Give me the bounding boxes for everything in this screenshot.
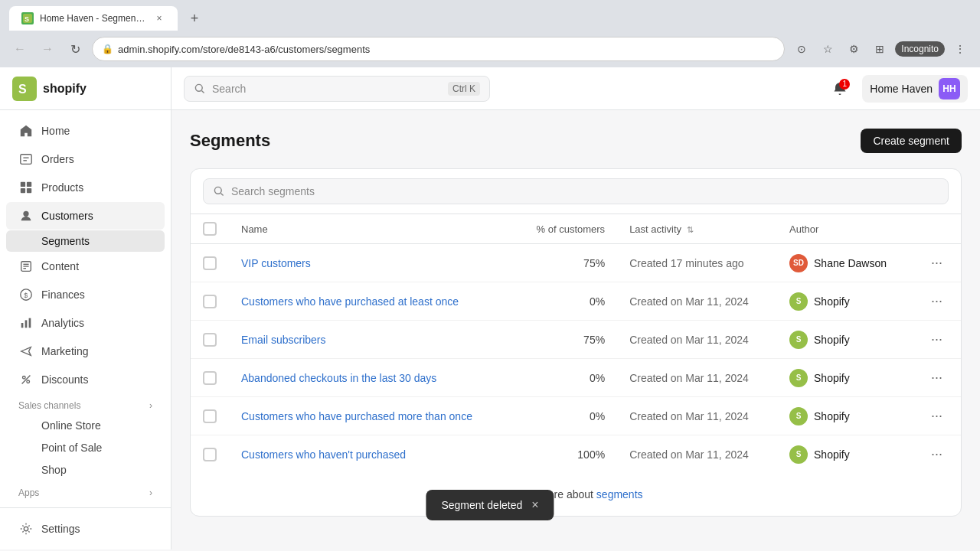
cast-icon[interactable]: ⊙ <box>791 38 812 60</box>
author-avatar-1: S <box>789 292 808 311</box>
toast-close-button[interactable]: × <box>531 499 538 511</box>
row-name-1[interactable]: Customers who have purchased at least on… <box>229 282 514 321</box>
sidebar-item-settings-label: Settings <box>41 523 80 535</box>
back-button[interactable]: ← <box>9 38 31 60</box>
svg-text:S: S <box>24 15 29 23</box>
select-all-checkbox[interactable] <box>203 222 217 236</box>
sidebar-item-home-label: Home <box>41 125 70 137</box>
svg-text:$: $ <box>24 292 28 299</box>
table-row: Customers who have purchased at least on… <box>191 282 961 321</box>
sidebar-item-orders-label: Orders <box>41 153 74 165</box>
new-tab-button[interactable]: + <box>184 8 205 29</box>
sidebar-item-finances[interactable]: $ Finances <box>6 281 165 308</box>
row-checkbox-5[interactable] <box>203 448 217 461</box>
row-author-1: S Shopify <box>777 282 913 321</box>
segment-search-input[interactable] <box>203 178 949 204</box>
notification-badge: 1 <box>839 79 850 90</box>
row-more-button-5[interactable]: ··· <box>925 445 949 464</box>
row-percent-5: 100% <box>514 435 617 474</box>
table-row: VIP customers 75% Created 17 minutes ago… <box>191 244 961 282</box>
row-activity-0: Created 17 minutes ago <box>617 244 777 282</box>
table-row: Customers who haven't purchased 100% Cre… <box>191 435 961 474</box>
refresh-button[interactable]: ↻ <box>64 38 86 60</box>
row-more-button-1[interactable]: ··· <box>925 292 949 311</box>
row-checkbox-2[interactable] <box>203 333 217 347</box>
browser-chrome: S Home Haven - Segments · Sho... × + ← →… <box>0 0 980 67</box>
incognito-button[interactable]: Incognito <box>895 41 945 57</box>
apps-label: Apps <box>18 487 39 498</box>
products-icon <box>18 180 34 195</box>
row-checkbox-4[interactable] <box>203 409 217 423</box>
row-more-button-3[interactable]: ··· <box>925 368 949 387</box>
app-body: S shopify Home Orders <box>0 67 980 549</box>
row-name-0[interactable]: VIP customers <box>229 244 514 282</box>
svg-rect-19 <box>25 320 28 328</box>
col-last-activity[interactable]: Last activity ⇅ <box>617 214 777 244</box>
content-icon <box>18 259 34 274</box>
sidebar-item-products[interactable]: Products <box>6 174 165 201</box>
sidebar-item-content[interactable]: Content <box>6 253 165 280</box>
sort-icon: ⇅ <box>687 225 694 234</box>
sidebar-item-segments[interactable]: Segments <box>6 230 165 252</box>
search-bar[interactable]: Search Ctrl K <box>184 76 490 102</box>
row-activity-4: Created on Mar 11, 2024 <box>617 397 777 435</box>
row-author-0: SD Shane Dawson <box>777 244 913 282</box>
store-avatar: HH <box>939 78 960 99</box>
row-checkbox-3[interactable] <box>203 371 217 385</box>
sales-channels-arrow: › <box>149 400 152 411</box>
sidebar-item-analytics[interactable]: Analytics <box>6 309 165 337</box>
sidebar-item-shop[interactable]: Shop <box>6 459 165 481</box>
browser-tab[interactable]: S Home Haven - Segments · Sho... × <box>9 6 178 31</box>
profile-icon[interactable]: ⊞ <box>869 38 890 60</box>
row-name-3[interactable]: Abandoned checkouts in the last 30 days <box>229 359 514 397</box>
shopify-logo[interactable]: S shopify <box>12 77 87 101</box>
row-checkbox-1[interactable] <box>203 295 217 308</box>
row-more-button-0[interactable]: ··· <box>925 253 949 272</box>
row-checkbox-0[interactable] <box>203 256 217 270</box>
bookmark-icon[interactable]: ☆ <box>817 38 838 60</box>
row-more-button-2[interactable]: ··· <box>925 330 949 349</box>
svg-line-26 <box>201 90 204 93</box>
row-author-4: S Shopify <box>777 397 913 435</box>
shopify-wordmark: shopify <box>43 82 87 96</box>
page-title: Segments <box>190 131 270 151</box>
orders-icon <box>18 152 34 167</box>
author-name-0: Shane Dawson <box>814 257 887 269</box>
row-name-5[interactable]: Customers who haven't purchased <box>229 435 514 474</box>
row-name-4[interactable]: Customers who have purchased more than o… <box>229 397 514 435</box>
row-activity-3: Created on Mar 11, 2024 <box>617 359 777 397</box>
tab-close-button[interactable]: × <box>153 12 165 24</box>
sidebar-item-content-label: Content <box>41 260 79 272</box>
svg-line-28 <box>220 193 223 195</box>
address-bar[interactable]: 🔒 admin.shopify.com/store/de8143-a6/cust… <box>92 37 785 61</box>
sales-channels-section[interactable]: Sales channels › <box>0 394 171 414</box>
sidebar-item-home[interactable]: Home <box>6 117 165 145</box>
author-name-1: Shopify <box>814 295 850 308</box>
sidebar-item-online-store[interactable]: Online Store <box>6 415 165 436</box>
sidebar-item-segments-label: Segments <box>41 235 90 247</box>
author-name-4: Shopify <box>814 410 850 422</box>
sidebar-item-customers[interactable]: Customers <box>6 202 165 230</box>
sidebar-item-marketing[interactable]: Marketing <box>6 337 165 365</box>
apps-section[interactable]: Apps › <box>0 481 171 501</box>
row-name-2[interactable]: Email subscribers <box>229 321 514 359</box>
author-name-2: Shopify <box>814 334 850 346</box>
create-segment-button[interactable]: Create segment <box>861 129 962 153</box>
forward-button[interactable]: → <box>37 38 58 60</box>
notification-button[interactable]: 1 <box>827 76 853 102</box>
row-more-button-4[interactable]: ··· <box>925 406 949 425</box>
sidebar-item-settings[interactable]: Settings <box>6 515 165 543</box>
customers-icon <box>18 208 34 223</box>
col-name: Name <box>229 214 514 244</box>
sidebar-item-orders[interactable]: Orders <box>6 145 165 173</box>
segment-search-field[interactable] <box>231 185 939 197</box>
sidebar-item-point-of-sale[interactable]: Point of Sale <box>6 437 165 458</box>
menu-icon[interactable]: ⋮ <box>949 38 971 60</box>
table-row: Abandoned checkouts in the last 30 days … <box>191 359 961 397</box>
store-selector[interactable]: Home Haven HH <box>862 75 968 103</box>
extensions-icon[interactable]: ⚙ <box>843 38 864 60</box>
segments-link[interactable]: segments <box>596 488 643 500</box>
row-author-5: S Shopify <box>777 435 913 474</box>
sidebar-item-discounts[interactable]: Discounts <box>6 366 165 393</box>
row-percent-1: 0% <box>514 282 617 321</box>
